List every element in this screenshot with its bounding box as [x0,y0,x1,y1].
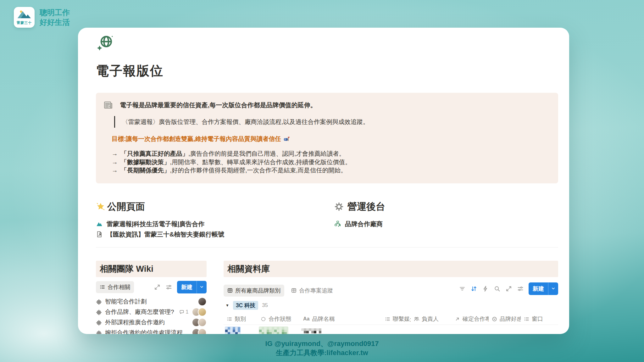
property-type-icon [414,316,419,322]
divider [96,247,558,248]
redacted-tag [225,326,241,334]
group-header: ▼ 3C 科技 35 [224,301,558,310]
redacted-tag [259,326,288,334]
page-link-raymond-weekly[interactable]: 雷蒙週報|科技生活電子報|廣告合作 [96,219,334,229]
tune-icon[interactable] [166,284,172,290]
column-header[interactable]: 負責人 [411,314,452,325]
arrow-glyph: → [112,166,118,175]
column-header[interactable]: 窗口 [521,314,558,325]
column-header[interactable]: Aa品牌名稱 [300,314,382,325]
table-header-row: 類別合作狀態Aa品牌名稱聯繫媒介負責人確定合作專案...品牌好感度窗口 [224,314,558,325]
table-view-icon [227,288,233,293]
callout-quote: 〈雷蒙週報〉廣告版位管理、合作方案報價、廠商洽談流程,以及過往合作案例與成效追蹤… [114,116,549,128]
bullet-item: →「數據驅動決策」,用開信率、點擊數、轉單成果來評估合作成效,持續優化版位價值。 [112,158,549,166]
page-link-icon [96,231,103,238]
mountain-logo-icon [17,9,31,20]
db-new-button[interactable]: 新建 [529,282,558,295]
wiki-list-item[interactable]: 外部課程推廣合作邀約 [96,317,207,328]
page-title: 電子報版位 [96,62,558,80]
lightning-icon[interactable] [482,286,489,292]
wiki-column: 相關團隊 Wiki 合作相關 新建 [96,261,207,334]
arrow-glyph: → [112,158,118,166]
db-view-tab-all-brands[interactable]: 所有廠商品牌類別 [224,285,284,297]
avatar-stack [198,297,207,306]
table-row[interactable] [224,325,558,334]
bullet-item: →「只推薦真正好的產品」,廣告合作的前提是我們自己用過、認同,才會推薦給讀者。 [112,149,549,158]
filter-icon[interactable] [459,286,465,292]
wiki-list-item[interactable]: 婉拒合作邀約的信件處理流程 [96,328,207,334]
column-header[interactable]: 聯繫媒介 [382,314,411,325]
chevron-down-icon [551,287,555,291]
comment-icon [179,309,184,315]
wiki-new-button[interactable]: 新建 [177,281,207,293]
brand-watermark: 雷蒙三十 聰明工作 好好生活 [14,7,70,28]
gear-icon [334,202,344,211]
ops-section: 營運後台 品牌合作廠商 [334,200,558,240]
glowing-star-icon [96,202,105,211]
sort-icon[interactable] [471,286,477,292]
database-column: 相關資料庫 所有廠商品牌類別 合作專案追蹤 [224,261,558,334]
expand-icon[interactable] [506,286,512,292]
public-pages-section: 公開頁面 雷蒙週報|科技生活電子報|廣告合作 【匯款資訊】雷蒙三十&柚智夫妻銀行… [96,200,334,240]
mailbox-icon [283,136,290,142]
wiki-view-tab[interactable]: 合作相關 [96,281,134,293]
property-type-icon [227,316,232,322]
column-header[interactable]: 確定合作專案... [452,314,489,325]
wiki-list-item[interactable]: 合作品牌、廠商怎麼管理?1 [96,307,207,317]
puzzle-icon [96,309,102,315]
property-type-icon [261,316,266,322]
avatar [198,328,207,334]
db-view-tab-project-tracking[interactable]: 合作專案追蹤 [287,285,337,297]
desktop-background: 雷蒙三十 聰明工作 好好生活 IG @yuiraymond、@raymond09… [0,0,644,362]
brand-logo-text: 雷蒙三十 [17,20,32,25]
expand-icon[interactable] [154,284,160,290]
avatar-stack [192,318,207,327]
wiki-list-item[interactable]: 智能宅合作計劃 [96,297,207,307]
search-icon[interactable] [494,286,500,292]
column-header[interactable]: 類別 [224,314,258,325]
avatar [198,318,207,327]
avatar-stack [192,328,207,334]
brand-tagline: 聰明工作 好好生活 [40,8,70,27]
brand-logo: 雷蒙三十 [14,7,35,28]
bullet-item: →「長期關係優先」,好的合作夥伴值得長期經營,一次合作不是結束,而是信任的開始。 [112,166,549,175]
page-link-payment-info[interactable]: 【匯款資訊】雷蒙三十&柚智夫妻銀行帳號 [96,229,334,240]
footer-line-1: IG @yuiraymond、@raymond0917 [0,339,644,348]
database-link-icon [334,220,341,227]
chevron-down-icon [200,285,204,289]
column-header[interactable]: 品牌好感度 [489,314,521,325]
table-view-icon [291,288,297,293]
list-view-icon [100,284,105,290]
puzzle-icon [96,299,102,305]
comment-badge: 1 [179,309,189,315]
callout-block: 電子報是品牌最重要的信任資產,每一次版位合作都是品牌價值的延伸。 〈雷蒙週報〉廣… [96,93,558,183]
avatar-stack [192,308,207,316]
group-tag[interactable]: 3C 科技 [233,301,258,310]
property-type-icon [492,316,497,322]
callout-goal: 目標:讓每一次合作都創造雙贏,維持電子報內容品質與讀者信任 [112,135,549,143]
tune-icon[interactable] [517,286,524,292]
avatar [198,297,207,306]
arrow-glyph: → [112,149,118,158]
wiki-heading: 相關團隊 Wiki [96,261,207,277]
wiki-list: 智能宅合作計劃 合作品牌、廠商怎麼管理?1 外部課程推廣合作邀約 婉拒合作邀約的… [96,297,207,334]
ops-heading: 營運後台 [334,200,558,213]
globe-sparkle-page-icon[interactable] [96,35,114,52]
collapse-triangle-icon[interactable]: ▼ [225,303,229,308]
group-count: 35 [262,302,268,309]
page-link-brand-partners[interactable]: 品牌合作廠商 [334,219,558,229]
footer-line-2: 生產力工具教學:lifehacker.tw [0,348,644,357]
redacted-text [301,328,323,333]
footer-credits: IG @yuiraymond、@raymond0917 生產力工具教學:life… [0,339,644,357]
title-property-icon: Aa [303,316,309,322]
puzzle-icon [96,330,102,334]
avatar [198,308,207,316]
mountain-icon [96,220,103,227]
column-header[interactable]: 合作狀態 [258,314,300,325]
property-type-icon [455,316,460,322]
database-table: 類別合作狀態Aa品牌名稱聯繫媒介負責人確定合作專案...品牌好感度窗口 [224,314,558,334]
callout-bullets: →「只推薦真正好的產品」,廣告合作的前提是我們自己用過、認同,才會推薦給讀者。 … [112,149,549,175]
notion-page: 電子報版位 電子報是品牌最重要的信任資產,每一次版位合作都是品牌價值的延伸。 〈… [78,28,569,334]
property-type-icon [524,316,529,322]
property-type-icon [385,316,390,322]
